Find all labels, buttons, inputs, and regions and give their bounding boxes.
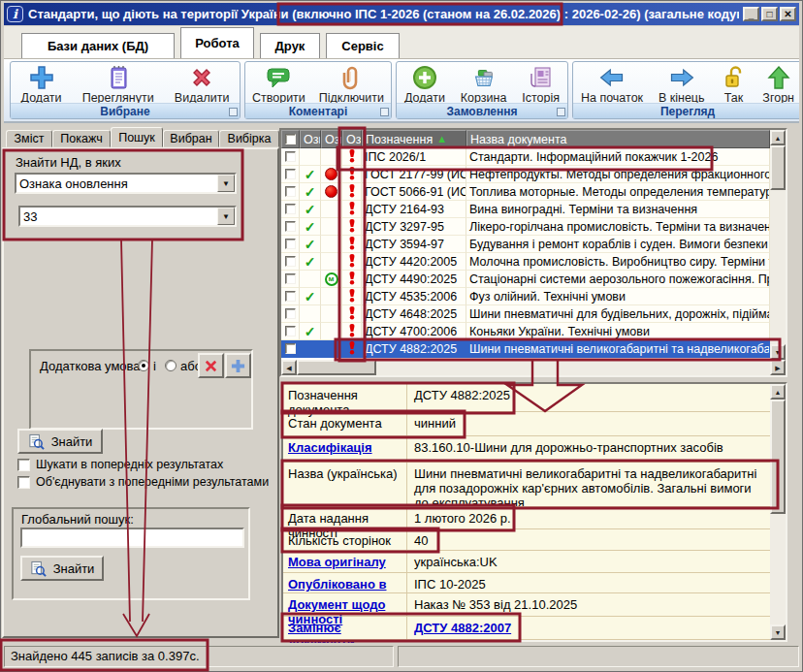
details-label-link[interactable]: Класифікація [288,440,372,455]
toolbar-button-delete-x[interactable]: Видалити [175,63,230,105]
row-checkbox[interactable] [285,151,296,162]
table-vscroll-thumb[interactable] [770,145,786,190]
column-header-2[interactable]: Озн [321,130,342,148]
side-tab-1[interactable]: Зміст [6,130,52,147]
menu-tab-1[interactable]: Бази даних (БД) [21,33,175,58]
arrow-left-icon [598,64,626,91]
row-checkbox[interactable] [285,256,296,267]
red-exclamation-icon [348,271,356,288]
details-label: Стан документа [283,412,407,435]
header-checkbox-cell[interactable] [281,130,300,148]
value-combobox[interactable]: 33 ▼ [18,206,237,227]
table-hscroll-thumb[interactable] [297,360,376,375]
table-row-12[interactable]: ДСТУ 4882:2025Шини пневматичні великогаб… [281,340,770,358]
chevron-down-icon[interactable]: ▼ [217,208,235,225]
column-header-5[interactable]: Назва документа [466,130,770,148]
dialog-launcher-icon[interactable] [557,108,565,116]
toolbar-button-attach-paperclip[interactable]: Підключити [319,63,384,105]
toolbar-button-arrow-up[interactable]: Згорн [762,63,794,105]
row-checkbox[interactable] [285,239,296,249]
radio-or[interactable] [165,360,177,371]
radio-and[interactable] [138,360,149,371]
search-previous-checkbox[interactable] [17,459,30,471]
row-checkbox[interactable] [285,186,296,197]
toolbar-button-history-news[interactable]: Історія [522,63,560,105]
table-row-1[interactable]: ІПС 2026/1Стандарти. Інформаційний покаж… [281,148,770,166]
table-row-11[interactable]: ✓ДСТУ 4700:2006Коньяки України. Технічні… [281,323,770,340]
scroll-up-icon[interactable]: ▲ [770,130,786,145]
details-row-5: Дата надання чинності1 лютого 2026 р. [283,507,770,529]
toolbar-group-caption: Замовлення [397,103,567,118]
side-tab-5[interactable]: Вибірка [219,130,279,147]
criterion-combobox[interactable]: Ознака оновлення ▼ [15,173,237,194]
add-plus-icon [28,64,55,91]
table-row-9[interactable]: ✓ДСТУ 4535:2006Фуз олійний. Технічні умо… [281,288,770,305]
toolbar-button-view-notepad[interactable]: Переглянути [82,63,154,105]
side-tab-2[interactable]: Покажч [52,130,111,147]
global-find-button[interactable]: Знайти [20,556,104,581]
merge-previous-checkbox[interactable] [17,476,30,489]
details-label: Замінює документи [283,617,407,639]
toolbar-button-basket[interactable]: Корзина [461,63,507,105]
details-vscroll-thumb[interactable] [770,400,786,514]
table-row-10[interactable]: ДСТУ 4648:2025Шини пневматичні для будів… [281,305,770,323]
row-checkbox[interactable] [285,326,296,336]
close-button[interactable]: ✕ [780,7,796,21]
details-label-link[interactable]: Опубліковано в [288,577,387,592]
red-exclamation-icon [348,166,356,183]
remove-condition-button[interactable] [198,353,224,378]
details-row-9: Документ щодо чинностіНаказ № 353 від 21… [283,593,770,617]
scroll-down-icon[interactable]: ▼ [770,624,786,640]
row-checkbox[interactable] [285,204,296,214]
search-previous-row[interactable]: Шукати в попередніх результатах [17,458,277,471]
toolbar-button-add-circle[interactable]: Додати [404,63,445,105]
add-condition-button[interactable] [225,353,251,378]
row-checkbox[interactable] [285,221,296,232]
scroll-right-icon[interactable]: ▶ [770,360,786,375]
table-row-6[interactable]: ✓ДСТУ 3594-97Будування і ремонт кораблів… [281,236,770,253]
minimize-button[interactable]: _ [743,7,759,21]
column-header-4[interactable]: Позначення▲ [362,130,466,148]
table-row-3[interactable]: ✓ГОСТ 5066-91 (ИСО 3Топлива моторные. Ме… [281,183,770,201]
chevron-down-icon[interactable]: ▼ [217,175,235,192]
toolbar-button-add-plus[interactable]: Додати [21,63,62,105]
details-value-link[interactable]: ДСТУ 4882:2007 [414,621,511,635]
side-tab-4[interactable]: Вибран [163,130,219,147]
row-checkbox[interactable] [285,343,296,354]
row-checkbox[interactable] [285,291,296,302]
side-tab-3[interactable]: Пошук [111,127,163,147]
menu-tab-2[interactable]: Робота [180,27,254,58]
row-checkbox[interactable] [285,273,296,284]
toolbar-button-comment-bubble[interactable]: Створити [252,63,305,105]
table-row-8[interactable]: мДСТУ 4490:2025Стаціонарні системи аероз… [281,271,770,288]
header-checkbox[interactable] [285,134,296,144]
row-checkbox[interactable] [285,308,296,319]
dialog-launcher-icon[interactable] [380,108,389,116]
menu-tab-4[interactable]: Сервіс [326,33,400,58]
scroll-up-icon[interactable]: ▲ [770,384,786,400]
details-label-link[interactable]: Мова оригіналу [288,555,386,569]
red-exclamation-icon [348,236,356,253]
find-magnifier-icon [28,433,45,450]
merge-previous-row[interactable]: Об'єднувати з попередніми результатами [17,475,277,489]
scroll-left-icon[interactable]: ◀ [281,360,297,375]
menu-tab-3[interactable]: Друк [260,33,320,58]
scroll-down-icon[interactable]: ▼ [770,344,786,360]
cell-document-name: Нефтепродукты. Методы определения фракци… [466,166,770,183]
table-row-4[interactable]: ✓ДСТУ 2164-93Вина виноградні. Терміни та… [281,201,770,218]
global-search-input[interactable] [20,528,244,548]
dialog-launcher-icon[interactable] [229,108,238,116]
details-value: ДСТУ 4882:2025 [407,384,770,411]
table-row-7[interactable]: ✓ДСТУ 4420:2005Молочна промисловість. Ви… [281,253,770,271]
row-checkbox[interactable] [285,169,296,179]
table-row-2[interactable]: ✓ГОСТ 2177-99 (ИСО 3Нефтепродукты. Метод… [281,166,770,183]
toolbar-button-padlock[interactable]: Так [720,63,747,105]
table-row-5[interactable]: ✓ДСТУ 3297-95Лікеро-горілчана промислові… [281,218,770,236]
toolbar-button-arrow-right[interactable]: В кінець [658,63,705,105]
find-button[interactable]: Знайти [17,429,103,454]
details-value: чинний [407,412,770,435]
column-header-1[interactable]: Озн [300,130,321,148]
toolbar-button-arrow-left[interactable]: На початок [581,63,643,105]
maximize-button[interactable]: □ [761,7,778,21]
column-header-3[interactable]: Оз [342,130,362,148]
